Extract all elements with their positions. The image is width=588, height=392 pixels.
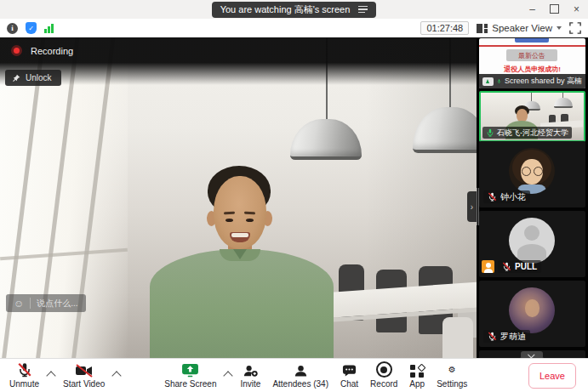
- minimize-button[interactable]: –: [529, 4, 535, 14]
- mic-muted-icon: [488, 332, 497, 341]
- avatar: [509, 218, 555, 264]
- record-label: Record: [370, 379, 397, 389]
- app-label: App: [409, 379, 425, 389]
- fullscreen-button[interactable]: [569, 22, 581, 34]
- maximize-button[interactable]: [550, 4, 559, 15]
- camera-muted-icon: [75, 364, 94, 378]
- participant-name: 罗萌迪: [500, 331, 526, 343]
- screen-share-tile[interactable]: 最新公告 退役人员申报成功! Screen shared by 高楠: [479, 38, 585, 88]
- meeting-info-bar: i ✓ 01:27:48 Speaker View: [0, 19, 588, 38]
- watching-banner-text: You are watching 高楠's screen: [220, 3, 351, 16]
- participant-name: 石晓飞-河北经贸大学: [497, 128, 568, 139]
- screen-share-label-bar: Screen shared by 高楠: [479, 74, 585, 88]
- chat-icon: [342, 364, 357, 378]
- message-input[interactable]: ☺ 说点什么...: [6, 294, 86, 312]
- pin-icon: [12, 74, 20, 82]
- screen-share-icon: [482, 77, 494, 86]
- window-title-bar: You are watching 高楠's screen – ×: [0, 0, 588, 19]
- avatar: [509, 287, 555, 333]
- participant-name: 钟小花: [500, 191, 526, 203]
- video-options-chevron[interactable]: [112, 371, 122, 380]
- meeting-controls-bar: Unmute Start Video: [0, 358, 588, 392]
- participant-tile[interactable]: 钟小花: [479, 141, 585, 207]
- meeting-info-icon[interactable]: i: [7, 23, 18, 34]
- mic-muted-icon: [17, 362, 32, 378]
- chevron-down-icon: [528, 351, 534, 358]
- connection-signal-icon[interactable]: [44, 23, 54, 33]
- main-area: Recording Unlock ☺ 说点什么... ›: [0, 38, 588, 358]
- attendee-role-badge-icon: [482, 260, 494, 273]
- participants-sidebar: 最新公告 退役人员申报成功! Screen shared by 高楠: [477, 38, 588, 358]
- share-screen-button[interactable]: Share Screen: [158, 362, 222, 389]
- participant-name-tag: PULL: [498, 260, 541, 273]
- emoji-icon[interactable]: ☺: [14, 298, 24, 309]
- invite-icon: [243, 364, 259, 378]
- zoom-meeting-window: You are watching 高楠's screen – × i ✓ 01:…: [0, 0, 588, 392]
- invite-label: Invite: [240, 379, 260, 389]
- window-controls: – ×: [529, 0, 579, 19]
- participant-name-tag: 钟小花: [483, 190, 530, 203]
- share-screen-icon: [181, 363, 199, 378]
- attendees-icon: [294, 364, 308, 378]
- speaker-face: [214, 176, 266, 249]
- chevron-down-icon: [557, 26, 562, 30]
- app-button[interactable]: App: [403, 362, 431, 389]
- shared-page-message: 退役人员申报成功!: [479, 65, 585, 74]
- start-video-button[interactable]: Start Video: [57, 362, 111, 389]
- chevron-right-icon: ›: [471, 202, 473, 212]
- mic-on-icon: [486, 128, 494, 137]
- meeting-timer: 01:27:48: [420, 21, 469, 35]
- participant-tile-active[interactable]: 石晓飞-河北经贸大学: [479, 91, 585, 142]
- unlock-label: Unlock: [26, 73, 52, 82]
- settings-label: Settings: [437, 379, 467, 389]
- speaker-video: Recording Unlock ☺ 说点什么... ›: [0, 38, 477, 358]
- chair: [442, 317, 473, 358]
- leave-button[interactable]: Leave: [528, 363, 576, 389]
- attendees-button[interactable]: Attendees (34): [266, 362, 334, 389]
- speaker-person: [150, 249, 334, 358]
- record-button[interactable]: Record: [364, 362, 403, 389]
- unmute-options-chevron[interactable]: [46, 371, 55, 380]
- watching-banner[interactable]: You are watching 高楠's screen: [212, 2, 377, 18]
- participant-tile[interactable]: PULL: [479, 211, 585, 277]
- unmute-button[interactable]: Unmute: [3, 362, 45, 389]
- settings-button[interactable]: ⚙ Settings: [431, 362, 473, 389]
- recording-label: Recording: [31, 46, 73, 56]
- view-mode-button[interactable]: Speaker View: [477, 23, 562, 33]
- recording-indicator: Recording: [11, 45, 73, 56]
- screen-share-label: Screen shared by 高楠: [505, 76, 582, 87]
- chat-label: Chat: [340, 379, 358, 389]
- mic-muted-icon: [502, 262, 511, 271]
- start-video-label: Start Video: [63, 379, 105, 389]
- shared-page-button: 最新公告: [506, 49, 557, 61]
- maximize-icon: [550, 4, 559, 14]
- shield-check-glyph: ✓: [28, 25, 34, 32]
- invite-button[interactable]: Invite: [234, 362, 266, 389]
- view-mode-label: Speaker View: [492, 23, 552, 33]
- attendees-label: Attendees (34): [272, 379, 328, 389]
- unlock-button[interactable]: Unlock: [5, 70, 61, 86]
- participant-name: PULL: [515, 262, 537, 271]
- message-placeholder: 说点什么...: [37, 298, 77, 310]
- share-screen-label: Share Screen: [164, 379, 216, 389]
- record-icon: [376, 361, 392, 378]
- chat-button[interactable]: Chat: [334, 362, 364, 389]
- mic-muted-icon: [488, 192, 497, 202]
- pendant-lamp: [290, 119, 362, 160]
- unmute-label: Unmute: [9, 379, 39, 389]
- share-options-chevron[interactable]: [224, 371, 233, 380]
- participant-name-tag: 罗萌迪: [483, 330, 530, 343]
- security-shield-icon[interactable]: ✓: [26, 22, 37, 34]
- apps-icon: [410, 364, 424, 378]
- mic-on-icon: [497, 77, 501, 86]
- view-options-icon[interactable]: [358, 6, 368, 14]
- participant-name-tag: 石晓飞-河北经贸大学: [482, 127, 572, 139]
- avatar: [509, 148, 555, 194]
- close-button[interactable]: ×: [574, 4, 579, 14]
- shared-page-logo: [515, 38, 549, 43]
- speaker-view-icon: [477, 24, 488, 33]
- recording-dot-icon: [11, 45, 22, 56]
- settings-gear-icon: ⚙: [448, 362, 456, 378]
- participant-tile[interactable]: 罗萌迪: [479, 281, 585, 347]
- sidebar-collapse-button[interactable]: ›: [467, 191, 477, 222]
